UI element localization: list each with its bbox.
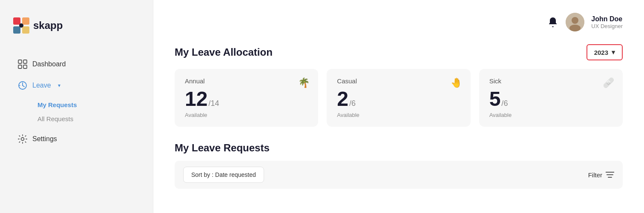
leave-label: Leave [32, 82, 51, 89]
settings-icon [18, 134, 27, 144]
svg-point-16 [569, 25, 581, 31]
casual-leave-card: Casual 🤚 2 /6 Available [327, 69, 470, 127]
annual-card-icon: 🌴 [298, 77, 310, 88]
main-content: John Doe UX Designer My Leave Allocation… [153, 0, 644, 213]
year-chevron-icon: ▾ [612, 48, 615, 56]
leave-allocation-title: My Leave Allocation [175, 46, 273, 58]
annual-count-main: 12 [185, 89, 207, 109]
sick-card-icon: 🩹 [603, 77, 614, 88]
sick-card-title: Sick [489, 77, 612, 85]
sidebar-item-settings[interactable]: Settings [13, 130, 140, 148]
dashboard-label: Dashboard [32, 60, 66, 68]
svg-rect-0 [13, 17, 20, 25]
user-details: John Doe UX Designer [591, 15, 623, 29]
sick-count: 5 /6 [489, 89, 612, 109]
casual-count: 2 /6 [337, 89, 460, 109]
settings-label: Settings [32, 135, 57, 143]
notification-bell-icon[interactable] [547, 16, 559, 28]
user-role: UX Designer [591, 23, 623, 29]
sick-leave-card: Sick 🩹 5 /6 Available [479, 69, 623, 127]
avatar [566, 13, 584, 31]
sidebar-item-my-requests[interactable]: My Requests [32, 98, 140, 112]
svg-rect-5 [18, 60, 22, 63]
casual-count-total: /6 [349, 99, 356, 108]
filter-bar: Sort by : Date requested Filter [175, 161, 623, 189]
svg-rect-1 [22, 17, 29, 25]
svg-rect-8 [23, 65, 27, 68]
leave-cards: Annual 🌴 12 /14 Available Casual 🤚 2 /6 … [175, 69, 623, 127]
annual-count-total: /14 [208, 99, 219, 108]
leave-subitems: My Requests All Requests [32, 98, 140, 126]
svg-point-13 [21, 138, 24, 141]
year-selector-button[interactable]: 2023 ▾ [586, 44, 623, 60]
sidebar-item-dashboard[interactable]: Dashboard [13, 55, 140, 73]
casual-count-main: 2 [337, 89, 348, 109]
leave-requests-section: My Leave Requests Sort by : Date request… [175, 142, 623, 189]
leave-icon [18, 81, 27, 90]
annual-leave-card: Annual 🌴 12 /14 Available [175, 69, 318, 127]
svg-rect-2 [13, 26, 20, 34]
annual-available: Available [185, 112, 308, 118]
logo-icon [13, 17, 30, 34]
svg-rect-7 [18, 65, 22, 68]
leave-requests-title: My Leave Requests [175, 142, 623, 154]
sick-count-total: /6 [501, 99, 508, 108]
casual-card-icon: 🤚 [451, 77, 462, 88]
svg-point-15 [572, 17, 578, 24]
annual-count: 12 /14 [185, 89, 308, 109]
logo: skapp [13, 17, 140, 34]
sick-available: Available [489, 112, 612, 118]
svg-rect-3 [22, 26, 29, 34]
filter-lines-icon [606, 171, 614, 178]
sort-button[interactable]: Sort by : Date requested [183, 167, 264, 183]
svg-point-4 [19, 23, 23, 28]
sidebar: skapp Dashboard Leave ▾ My [0, 0, 153, 213]
leave-dropdown-icon: ▾ [58, 82, 60, 88]
user-name: John Doe [591, 15, 623, 23]
app-name: skapp [33, 20, 63, 31]
annual-card-title: Annual [185, 77, 308, 85]
svg-line-11 [23, 85, 24, 87]
dashboard-icon [18, 60, 27, 69]
svg-rect-6 [23, 60, 27, 63]
casual-card-title: Casual [337, 77, 460, 85]
casual-available: Available [337, 112, 460, 118]
leave-allocation-header: My Leave Allocation 2023 ▾ [175, 44, 623, 60]
sidebar-item-leave[interactable]: Leave ▾ [13, 77, 140, 94]
sidebar-item-all-requests[interactable]: All Requests [32, 112, 140, 126]
sick-count-main: 5 [489, 89, 501, 109]
header-bar: John Doe UX Designer [175, 13, 623, 31]
filter-button[interactable]: Filter [588, 171, 614, 179]
